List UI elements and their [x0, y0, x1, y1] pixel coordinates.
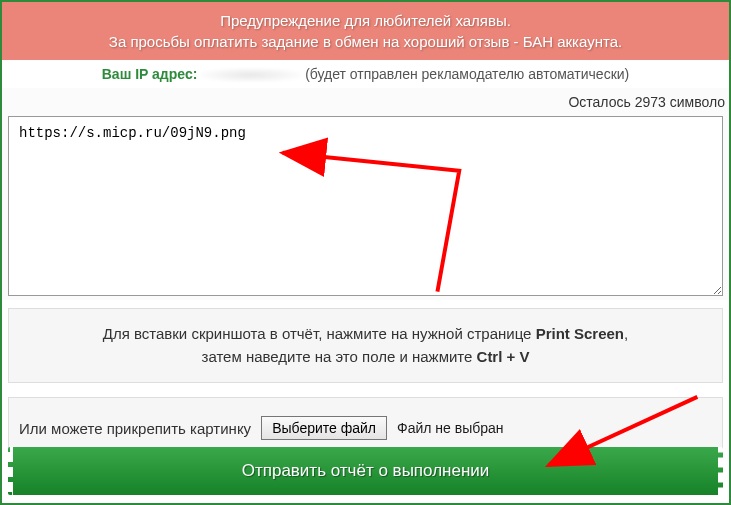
report-textarea[interactable] [8, 116, 723, 296]
hint-printscreen: Print Screen [536, 325, 624, 342]
ip-info-line: Ваш IP адрес: (будет отправлен рекламода… [2, 60, 729, 88]
warning-banner: Предупреждение для любителей халявы. За … [2, 2, 729, 60]
warning-line2: За просьбы оплатить задание в обмен на х… [109, 33, 622, 50]
hint-part1: Для вставки скриншота в отчёт, нажмите н… [103, 325, 536, 342]
attach-label: Или можете прикрепить картинку [19, 420, 251, 437]
ip-label: Ваш IP адрес: [102, 66, 198, 82]
textarea-wrap [2, 116, 729, 300]
warning-line1: Предупреждение для любителей халявы. [220, 12, 511, 29]
char-counter: Осталось 2973 символо [2, 88, 729, 116]
submit-report-button[interactable]: Отправить отчёт о выполнении [8, 447, 723, 495]
char-counter-text: Осталось 2973 символо [568, 94, 725, 110]
no-file-text: Файл не выбран [397, 420, 504, 436]
hint-part3: затем наведите на это поле и нажмите [202, 348, 477, 365]
hint-part2: , [624, 325, 628, 342]
screenshot-hint: Для вставки скриншота в отчёт, нажмите н… [8, 308, 723, 383]
choose-file-button[interactable]: Выберите файл [261, 416, 387, 440]
ip-address-blurred [201, 68, 301, 82]
hint-ctrlv: Ctrl + V [477, 348, 530, 365]
ip-note: (будет отправлен рекламодателю автоматич… [305, 66, 629, 82]
submit-block: Отправить отчёт о выполнении [8, 447, 723, 495]
